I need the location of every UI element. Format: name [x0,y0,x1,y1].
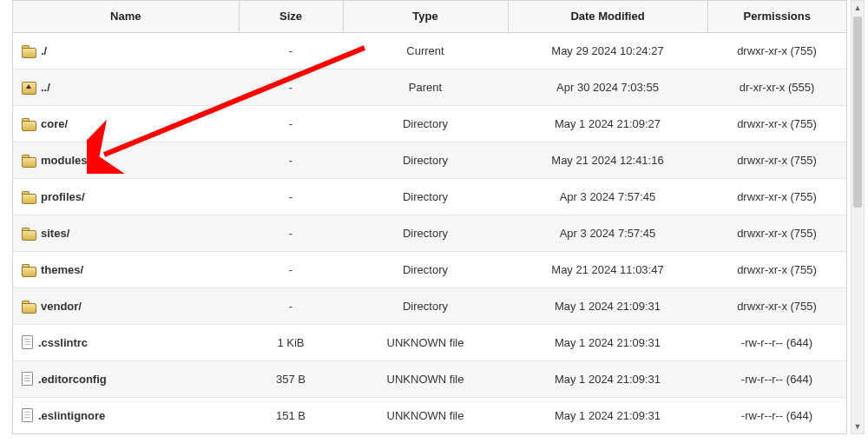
cell-type: Directory [343,251,508,288]
cell-date: Apr 3 2024 7:57:45 [508,178,707,215]
cell-date: Apr 3 2024 7:57:45 [508,215,707,251]
file-name-link[interactable]: ./ [41,44,47,57]
cell-date: May 1 2024 21:09:31 [508,360,707,397]
cell-type: Parent [343,69,508,105]
cell-type: Directory [343,178,508,215]
file-name-link[interactable]: ../ [41,81,50,94]
file-name-link[interactable]: .csslintrc [38,336,88,349]
cell-permissions: drwxr-xr-x (755) [707,288,846,324]
cell-date: May 1 2024 21:09:31 [508,324,707,360]
table-row[interactable]: .csslintrc1 KiBUNKNOWN fileMay 1 2024 21… [13,324,846,360]
cell-permissions: -rw-r--r-- (644) [707,360,846,397]
cell-permissions: dr-xr-xr-x (555) [707,69,846,105]
cell-size: - [239,215,343,251]
cell-date: May 1 2024 21:09:31 [508,397,707,433]
folder-icon [22,45,36,56]
cell-permissions: drwxr-xr-x (755) [707,215,846,251]
table-row[interactable]: themes/-DirectoryMay 21 2024 11:03:47drw… [13,251,846,288]
table-row[interactable]: core/-DirectoryMay 1 2024 21:09:27drwxr-… [13,105,846,142]
cell-name: sites/ [13,215,239,251]
file-icon [22,408,33,422]
table-row[interactable]: sites/-DirectoryApr 3 2024 7:57:45drwxr-… [13,215,846,251]
cell-permissions: drwxr-xr-x (755) [707,142,846,178]
file-name-link[interactable]: profiles/ [41,190,85,203]
file-name-link[interactable]: core/ [41,117,68,130]
cell-date: May 21 2024 12:41:16 [508,142,707,178]
cell-type: Directory [343,215,508,251]
col-header-type[interactable]: Type [343,1,508,32]
col-header-size[interactable]: Size [239,1,343,32]
cell-permissions: drwxr-xr-x (755) [707,32,846,69]
folder-icon [22,155,36,166]
cell-size: 1 KiB [239,324,343,360]
cell-name: vendor/ [13,288,239,324]
cell-type: UNKNOWN file [343,397,508,433]
scroll-up-arrow-icon[interactable]: ▲ [852,1,864,15]
cell-permissions: drwxr-xr-x (755) [707,251,846,288]
cell-date: May 1 2024 21:09:27 [508,105,707,142]
cell-name: .eslintignore [13,397,239,433]
cell-name: ../ [13,69,239,105]
folder-icon [22,191,36,202]
file-name-link[interactable]: .eslintignore [38,409,105,422]
file-table: Name Size Type Date Modified Permissions… [13,1,846,434]
cell-type: Current [343,32,508,69]
vertical-scrollbar[interactable]: ▲ ▼ [851,0,865,434]
col-header-date[interactable]: Date Modified [508,1,707,32]
cell-name: profiles/ [13,178,239,215]
cell-permissions: -rw-r--r-- (644) [707,324,846,360]
table-row[interactable]: .eslintignore151 BUNKNOWN fileMay 1 2024… [13,397,846,433]
cell-type: UNKNOWN file [343,324,508,360]
cell-name: .editorconfig [13,360,239,397]
cell-size: 357 B [239,360,343,397]
table-header-row: Name Size Type Date Modified Permissions [13,1,846,32]
file-browser-panel: Name Size Type Date Modified Permissions… [12,0,847,434]
cell-size: - [239,32,343,69]
table-row[interactable]: ../-ParentApr 30 2024 7:03:55dr-xr-xr-x … [13,69,846,105]
table-row[interactable]: profiles/-DirectoryApr 3 2024 7:57:45drw… [13,178,846,215]
cell-date: May 21 2024 11:03:47 [508,251,707,288]
file-name-link[interactable]: .editorconfig [38,373,107,386]
table-row[interactable]: ./-CurrentMay 29 2024 10:24:27drwxr-xr-x… [13,32,846,69]
cell-type: UNKNOWN file [343,360,508,397]
cell-permissions: -rw-r--r-- (644) [707,397,846,433]
cell-size: 151 B [239,397,343,433]
scroll-down-arrow-icon[interactable]: ▼ [852,420,864,433]
cell-name: ./ [13,32,239,69]
cell-name: core/ [13,105,239,142]
file-name-link[interactable]: sites/ [41,227,69,240]
cell-size: - [239,105,343,142]
cell-type: Directory [343,105,508,142]
cell-name: themes/ [13,251,239,288]
folder-icon [22,301,36,312]
cell-type: Directory [343,288,508,324]
file-icon [22,335,33,349]
cell-type: Directory [343,142,508,178]
folder-icon [22,264,36,275]
cell-size: - [239,288,343,324]
cell-size: - [239,251,343,288]
folder-icon [22,228,36,239]
cell-name: modules/ [13,142,239,178]
scrollbar-thumb[interactable] [853,17,862,208]
cell-date: Apr 30 2024 7:03:55 [508,69,707,105]
col-header-perm[interactable]: Permissions [707,1,846,32]
cell-name: .csslintrc [13,324,239,360]
cell-size: - [239,178,343,215]
cell-size: - [239,69,343,105]
table-row[interactable]: vendor/-DirectoryMay 1 2024 21:09:31drwx… [13,288,846,324]
cell-permissions: drwxr-xr-x (755) [707,105,846,142]
folder-up-icon [22,82,36,93]
col-header-name[interactable]: Name [13,1,239,32]
cell-size: - [239,142,343,178]
file-name-link[interactable]: themes/ [41,263,83,276]
cell-date: May 29 2024 10:24:27 [508,32,707,69]
cell-permissions: drwxr-xr-x (755) [707,178,846,215]
cell-date: May 1 2024 21:09:31 [508,288,707,324]
file-name-link[interactable]: vendor/ [41,300,82,313]
file-name-link[interactable]: modules/ [41,154,90,167]
table-row[interactable]: modules/-DirectoryMay 21 2024 12:41:16dr… [13,142,846,178]
table-row[interactable]: .editorconfig357 BUNKNOWN fileMay 1 2024… [13,360,846,397]
file-icon [22,372,33,386]
folder-icon [22,118,36,129]
